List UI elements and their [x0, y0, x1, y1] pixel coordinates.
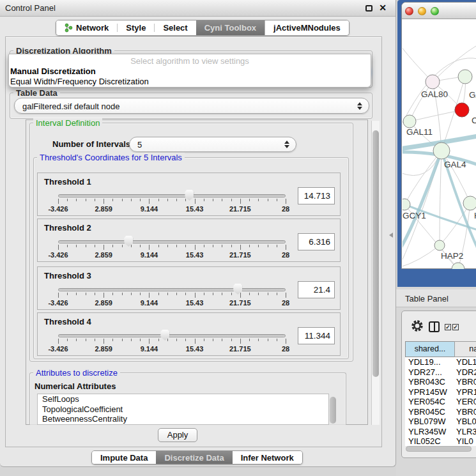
- slider-tick-label: 2.859: [95, 205, 112, 213]
- tab-impute-data[interactable]: Impute Data: [92, 451, 156, 464]
- slider-tick-label: 15.43: [186, 299, 204, 307]
- slider-track[interactable]: [58, 288, 286, 291]
- attributes-scrollbar[interactable]: [330, 397, 336, 424]
- threshold-slider[interactable]: -3.4262.8599.14415.4321.71528: [58, 330, 286, 355]
- numerical-attributes-list[interactable]: SelfLoopsTopologicalCoefficientBetweenne…: [37, 394, 329, 425]
- tab-network-label: Network: [76, 23, 109, 33]
- slider-tick: [286, 245, 286, 250]
- threshold-slider[interactable]: -3.4262.8599.14415.4321.71528: [58, 236, 286, 261]
- threshold-value-field[interactable]: 6.316: [298, 233, 335, 250]
- tab-infer-network[interactable]: Infer Network: [233, 451, 302, 464]
- table-row[interactable]: YBL079WYBL0: [405, 417, 476, 427]
- menu-item-manual-discretization[interactable]: Manual Discretization: [10, 66, 96, 76]
- minimize-traffic-light-icon[interactable]: [418, 7, 426, 15]
- table-row[interactable]: YBR045CYBR0: [405, 407, 476, 417]
- slider-tick: [213, 199, 213, 201]
- table-data-combobox[interactable]: galFiltered.sif default node: [14, 98, 369, 114]
- slider-tick-label: 28: [282, 205, 289, 213]
- network-node[interactable]: [426, 75, 440, 89]
- table-settings-gear-icon[interactable]: [411, 319, 424, 332]
- network-node[interactable]: [403, 115, 416, 128]
- slider-tick: [204, 199, 204, 201]
- slider-tick: [104, 293, 104, 298]
- list-item[interactable]: BetweennessCentrality: [38, 414, 328, 424]
- splitter-collapse-arrow[interactable]: [389, 233, 393, 238]
- table-row[interactable]: YDR27...YDR2: [405, 367, 476, 378]
- network-window-titlebar: [402, 3, 476, 19]
- network-node[interactable]: [403, 199, 410, 210]
- tab-style[interactable]: Style: [118, 20, 154, 35]
- slider-tick-label: 21.715: [229, 251, 251, 259]
- network-edge: [403, 245, 440, 267]
- tab-discretize-data[interactable]: Discretize Data: [156, 451, 232, 464]
- numerical-attributes-heading: Numerical Attributes: [35, 381, 116, 391]
- menu-item-equal-width-frequency[interactable]: Equal Width/Frequency Discretization: [10, 77, 149, 86]
- tab-jactivemnodules[interactable]: jActiveMNodules: [265, 20, 349, 35]
- threshold-value-field[interactable]: 14.713: [298, 187, 335, 204]
- settings-scrollbar-thumb[interactable]: [372, 130, 379, 377]
- cell-name: YPR1: [454, 387, 476, 397]
- slider-tick: [122, 199, 123, 201]
- list-item[interactable]: SelfLoops: [38, 394, 328, 404]
- threshold-slider[interactable]: -3.4262.8599.14415.4321.71528: [58, 284, 286, 309]
- table-row[interactable]: YER054CYER0: [405, 397, 476, 407]
- table-row[interactable]: YIL052CYIL0: [405, 436, 476, 446]
- slider-tick: [58, 245, 59, 250]
- network-node[interactable]: [433, 142, 450, 159]
- network-node[interactable]: [434, 240, 445, 250]
- tab-impute-data-label: Impute Data: [100, 453, 148, 463]
- threshold-label: Threshold 2: [44, 223, 91, 233]
- column-header-shared-name[interactable]: shared...: [405, 341, 455, 357]
- float-window-icon[interactable]: [365, 5, 372, 12]
- threshold-label: Threshold 3: [44, 271, 91, 280]
- slider-tick-label: -3.426: [48, 251, 68, 259]
- interval-definition-group-title: Interval Definition: [33, 118, 102, 128]
- slider-tick-label: 28: [282, 251, 289, 259]
- slider-track[interactable]: [58, 334, 286, 337]
- slider-tick-label: 21.715: [229, 345, 251, 353]
- tab-infer-network-label: Infer Network: [241, 453, 294, 463]
- checkbox-icon[interactable]: ✓: [452, 324, 459, 330]
- tab-network[interactable]: Network: [56, 20, 117, 35]
- slider-tick: [185, 293, 186, 295]
- close-icon[interactable]: ✕: [379, 3, 387, 13]
- slider-tick-label: 15.43: [186, 251, 204, 259]
- table-row[interactable]: YDL19...YDL1: [405, 357, 476, 367]
- slider-track[interactable]: [58, 240, 286, 243]
- table-row[interactable]: YLR345WYLR3: [405, 427, 476, 437]
- slider-tick: [185, 339, 186, 341]
- number-of-intervals-combobox[interactable]: 5: [129, 137, 296, 152]
- list-item[interactable]: TopologicalCoefficient: [38, 404, 328, 415]
- slider-tick: [268, 199, 268, 201]
- network-node[interactable]: [463, 196, 476, 210]
- apply-button[interactable]: Apply: [158, 428, 197, 442]
- slider-tick: [231, 199, 232, 201]
- slider-tick: [67, 339, 68, 341]
- table-row[interactable]: YPR145WYPR1: [405, 387, 476, 397]
- node-label: HAP2: [441, 251, 463, 261]
- table-row[interactable]: YBR043CYBR0: [405, 377, 476, 387]
- column-header-name[interactable]: name: [454, 341, 476, 357]
- settings-scrollbar-track[interactable]: [371, 121, 380, 425]
- network-node[interactable]: [455, 103, 469, 117]
- threshold-label: Threshold 1: [44, 177, 91, 187]
- threshold-slider[interactable]: -3.4262.8599.14415.4321.71528: [58, 190, 286, 215]
- network-canvas[interactable]: GAL80GACGAL11GAL4GCY1HHAP2: [403, 19, 476, 269]
- tab-cyni-toolbox[interactable]: Cyni Toolbox: [196, 20, 265, 35]
- table-hscrollbar-thumb[interactable]: [406, 446, 472, 452]
- checkbox-icon[interactable]: ✓: [445, 324, 451, 330]
- threshold-panel: Threshold 1 -3.4262.8599.14415.4321.7152…: [37, 173, 341, 216]
- threshold-label: Threshold 4: [44, 317, 91, 326]
- slider-tick: [240, 293, 241, 298]
- network-node[interactable]: [458, 70, 472, 84]
- slider-tick: [104, 339, 104, 344]
- threshold-value-field[interactable]: 11.344: [298, 327, 335, 344]
- tab-select[interactable]: Select: [155, 20, 196, 35]
- zoom-traffic-light-icon[interactable]: [431, 7, 439, 15]
- threshold-value-field[interactable]: 21.4: [298, 281, 335, 298]
- slider-track[interactable]: [58, 194, 286, 197]
- column-view-icon[interactable]: [429, 321, 440, 332]
- close-traffic-light-icon[interactable]: [405, 7, 413, 15]
- slider-tick-label: 2.859: [95, 299, 112, 307]
- network-view-window: GAL80GACGAL11GAL4GCY1HHAP2: [401, 2, 476, 269]
